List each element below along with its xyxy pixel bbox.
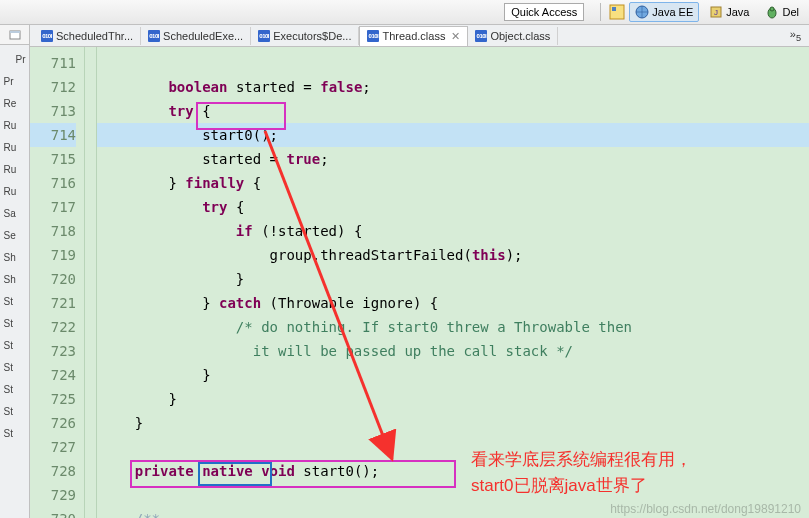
editor-tab-bar: ScheduledThr... ScheduledExe... Executor… — [30, 25, 809, 47]
sidebar-item[interactable]: St — [4, 423, 26, 443]
tab-scheduledexe[interactable]: ScheduledExe... — [141, 27, 251, 45]
separator — [600, 3, 601, 21]
sidebar-item[interactable]: St — [4, 335, 26, 355]
tab-label: Executors$De... — [273, 30, 351, 42]
sidebar-item[interactable]: Sa — [4, 203, 26, 223]
perspective-label: Java EE — [652, 6, 693, 18]
class-file-icon — [148, 30, 160, 42]
code-text[interactable]: boolean started = false; try { start0();… — [97, 47, 809, 518]
svg-point-6 — [770, 7, 774, 11]
close-icon[interactable]: ✕ — [451, 30, 460, 43]
sidebar-item[interactable]: St — [4, 313, 26, 333]
perspective-label: Java — [726, 6, 749, 18]
perspective-javaee[interactable]: Java EE — [629, 2, 699, 22]
class-file-icon — [367, 30, 379, 42]
line-number-column: 711 712 713 714 715 716 717 718 719 720 … — [30, 47, 85, 518]
sidebar-item[interactable]: St — [4, 401, 26, 421]
tab-executors[interactable]: Executors$De... — [251, 27, 359, 45]
bug-icon — [765, 5, 779, 19]
perspective-debug[interactable]: Del — [759, 2, 805, 22]
sidebar-item[interactable]: Ru — [4, 115, 26, 135]
sidebar-item[interactable]: St — [4, 291, 26, 311]
svg-text:J: J — [714, 8, 718, 17]
perspective-label: Del — [782, 6, 799, 18]
class-file-icon — [41, 30, 53, 42]
sidebar-item[interactable]: Ru — [4, 137, 26, 157]
perspective-java[interactable]: J Java — [703, 2, 755, 22]
sidebar-item[interactable]: Sh — [4, 269, 26, 289]
sidebar-item[interactable]: Se — [4, 225, 26, 245]
svg-rect-1 — [612, 7, 616, 11]
sidebar-min-icon[interactable] — [0, 25, 29, 45]
tab-label: ScheduledThr... — [56, 30, 133, 42]
sidebar-items: Pr Pr Re Ru Ru Ru Ru Sa Se Sh Sh St St S… — [4, 45, 26, 443]
sidebar-item[interactable]: Sh — [4, 247, 26, 267]
sidebar-item[interactable]: Pr — [4, 49, 26, 69]
sidebar-item[interactable]: St — [4, 379, 26, 399]
svg-rect-8 — [10, 31, 20, 33]
tab-label: ScheduledExe... — [163, 30, 243, 42]
top-toolbar: Quick Access Java EE J Java Del — [0, 0, 809, 25]
tab-object-class[interactable]: Object.class — [468, 27, 558, 45]
sidebar-item[interactable]: Ru — [4, 159, 26, 179]
sidebar-item[interactable]: Ru — [4, 181, 26, 201]
annotation-note: 看来学底层系统编程很有用， start0已脱离java世界了 — [471, 447, 692, 499]
quick-access-box[interactable]: Quick Access — [504, 3, 584, 21]
sidebar-item[interactable]: St — [4, 357, 26, 377]
code-editor[interactable]: 711 712 713 714 715 716 717 718 719 720 … — [30, 47, 809, 518]
class-file-icon — [475, 30, 487, 42]
open-perspective-icon[interactable] — [609, 4, 625, 20]
fold-column — [85, 47, 97, 518]
sidebar-item[interactable]: Re — [4, 93, 26, 113]
tab-label: Object.class — [490, 30, 550, 42]
watermark: https://blog.csdn.net/dong19891210 — [610, 502, 801, 516]
sidebar-item[interactable]: Pr — [4, 71, 26, 91]
class-file-icon — [258, 30, 270, 42]
tab-scheduledthr[interactable]: ScheduledThr... — [34, 27, 141, 45]
tab-overflow[interactable]: »5 — [790, 28, 809, 43]
globe-icon — [635, 5, 649, 19]
tab-label: Thread.class — [382, 30, 445, 42]
java-icon: J — [709, 5, 723, 19]
tab-thread-class[interactable]: Thread.class ✕ — [359, 26, 468, 46]
left-sidebar: Pr Pr Re Ru Ru Ru Ru Sa Se Sh Sh St St S… — [0, 25, 30, 518]
